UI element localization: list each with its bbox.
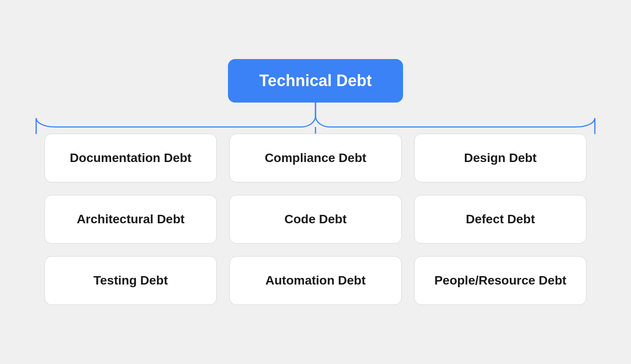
bracket-svg (27, 103, 604, 134)
root-node: Technical Debt (228, 59, 403, 103)
children-grid: Documentation Debt Compliance Debt Desig… (27, 134, 604, 305)
child-node-defect-debt: Defect Debt (414, 195, 587, 244)
diagram-container: Technical Debt Documentation Debt Compli… (27, 59, 604, 305)
root-label: Technical Debt (259, 71, 371, 90)
child-node-code-debt: Code Debt (229, 195, 402, 244)
connector-area (27, 103, 604, 134)
child-node-people-resource-debt: People/Resource Debt (414, 256, 587, 305)
child-node-automation-debt: Automation Debt (229, 256, 402, 305)
child-node-documentation-debt: Documentation Debt (44, 134, 217, 182)
child-node-compliance-debt: Compliance Debt (229, 134, 402, 182)
child-node-design-debt: Design Debt (414, 134, 587, 182)
child-node-testing-debt: Testing Debt (44, 256, 217, 305)
child-node-architectural-debt: Architectural Debt (44, 195, 217, 244)
